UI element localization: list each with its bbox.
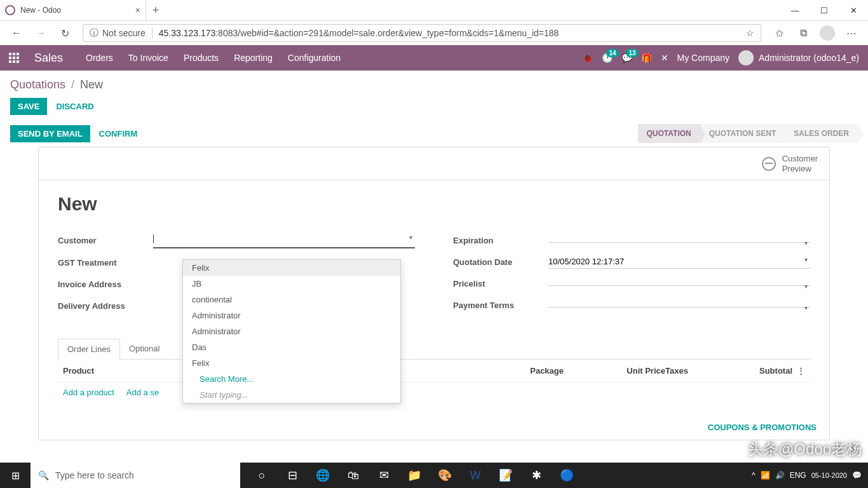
edge-icon[interactable]: 🌐: [308, 463, 338, 488]
save-button[interactable]: SAVE: [10, 98, 47, 115]
app-name[interactable]: Sales: [34, 51, 63, 65]
bug-icon[interactable]: 🐞: [582, 53, 593, 63]
notifications-icon[interactable]: 💬: [852, 471, 862, 480]
confirm-button[interactable]: CONFIRM: [99, 129, 138, 139]
quotation-date-field[interactable]: 10/05/2020 12:17:37▾: [548, 255, 810, 269]
browser-tab[interactable]: New - Odoo ×: [0, 0, 146, 20]
close-window-button[interactable]: ✕: [839, 0, 868, 20]
explorer-icon[interactable]: 📁: [399, 463, 430, 488]
close-tab-icon[interactable]: ×: [135, 5, 140, 15]
forward-button[interactable]: →: [31, 24, 51, 43]
chevron-down-icon[interactable]: ▾: [804, 304, 808, 311]
notes-icon[interactable]: 📝: [491, 463, 521, 488]
dropdown-item[interactable]: Felix: [183, 260, 400, 276]
tray-clock[interactable]: 05-10-2020: [811, 471, 847, 479]
dropdown-item[interactable]: Felix: [183, 355, 400, 371]
status-sales-order[interactable]: SALES ORDER: [785, 124, 858, 143]
tray-up-icon[interactable]: ^: [752, 471, 756, 480]
customer-dropdown: Felix JB continental Administrator Admin…: [182, 259, 401, 403]
form-sheet: CustomerPreview New Customer▾ GST Treatm…: [38, 147, 830, 440]
menu-to-invoice[interactable]: To Invoice: [128, 53, 168, 63]
customer-preview-button[interactable]: CustomerPreview: [762, 154, 818, 173]
breadcrumb-sep: /: [71, 78, 74, 91]
lang-indicator[interactable]: ENG: [790, 471, 806, 480]
add-product-link[interactable]: Add a product: [63, 388, 114, 397]
th-subtotal: Subtotal: [716, 366, 792, 376]
info-icon: ⓘ: [90, 27, 98, 39]
profile-icon[interactable]: [817, 24, 837, 43]
label-gst: GST Treatment: [58, 258, 153, 268]
messages-icon[interactable]: 💬13: [621, 53, 632, 63]
word-icon[interactable]: W: [460, 463, 491, 488]
menu-reporting[interactable]: Reporting: [234, 53, 273, 63]
th-unit-price: Unit Price: [589, 366, 665, 376]
company-name[interactable]: My Company: [677, 53, 729, 63]
odoo-favicon: [5, 5, 15, 15]
expiration-field[interactable]: ▾: [548, 238, 810, 243]
store-icon[interactable]: 🛍: [338, 463, 369, 488]
security-info[interactable]: ⓘ Not secure: [90, 27, 153, 39]
slack-icon[interactable]: ✱: [521, 463, 552, 488]
paint-icon[interactable]: 🎨: [430, 463, 460, 488]
new-tab-button[interactable]: +: [146, 0, 165, 20]
search-icon: 🔍: [38, 470, 49, 480]
star-icon[interactable]: ☆: [746, 28, 754, 38]
chevron-down-icon[interactable]: ▾: [409, 234, 412, 241]
chrome-icon[interactable]: 🔵: [552, 463, 582, 488]
customer-field[interactable]: ▾: [153, 233, 415, 248]
breadcrumb-current: New: [80, 78, 103, 91]
volume-icon[interactable]: 🔊: [775, 471, 785, 480]
status-quotation-sent[interactable]: QUOTATION SENT: [700, 124, 785, 143]
maximize-button[interactable]: ☐: [810, 0, 839, 20]
table-menu-icon[interactable]: ⋮: [792, 366, 805, 376]
favorites-icon[interactable]: ✩: [769, 24, 789, 43]
back-button[interactable]: ←: [6, 24, 27, 43]
label-delivery-address: Delivery Address: [58, 301, 153, 311]
user-name: Administrator (odoo14_e): [759, 53, 859, 63]
label-customer: Customer: [58, 236, 153, 245]
start-button[interactable]: ⊞: [0, 463, 31, 488]
user-menu[interactable]: Administrator (odoo14_e): [738, 50, 859, 65]
tab-optional[interactable]: Optional: [120, 339, 168, 359]
menu-orders[interactable]: Orders: [86, 53, 113, 63]
status-pills: QUOTATION QUOTATION SENT SALES ORDER: [638, 124, 858, 143]
wifi-icon[interactable]: 📶: [761, 471, 770, 480]
cortana-icon[interactable]: ○: [247, 463, 277, 488]
search-more-link[interactable]: Search More...: [183, 371, 400, 387]
taskbar-search[interactable]: 🔍 Type here to search: [31, 463, 240, 488]
coupons-link[interactable]: COUPONS & PROMOTIONS: [708, 423, 817, 432]
task-view-icon[interactable]: ⊟: [277, 463, 308, 488]
dropdown-hint: Start typing...: [183, 387, 400, 403]
dropdown-item[interactable]: Administrator: [183, 308, 400, 323]
activities-badge: 14: [606, 49, 618, 57]
dropdown-item[interactable]: Das: [183, 339, 400, 355]
more-icon[interactable]: ⋯: [841, 24, 862, 43]
dropdown-item[interactable]: Administrator: [183, 323, 400, 339]
refresh-button[interactable]: ↻: [55, 24, 75, 43]
address-bar[interactable]: ⓘ Not secure 45.33.123.173:8083/web#id=&…: [83, 24, 761, 42]
menu-configuration[interactable]: Configuration: [288, 53, 341, 63]
payment-terms-field[interactable]: ▾: [548, 303, 810, 308]
chevron-down-icon[interactable]: ▾: [804, 240, 808, 247]
send-email-button[interactable]: SEND BY EMAIL: [10, 125, 90, 142]
content-area: Quotations / New SAVE DISCARD SEND BY EM…: [0, 71, 868, 440]
globe-icon: [762, 157, 776, 171]
menu-products[interactable]: Products: [184, 53, 219, 63]
breadcrumb-root[interactable]: Quotations: [10, 78, 65, 91]
apps-icon[interactable]: [9, 53, 19, 63]
dropdown-item[interactable]: JB: [183, 276, 400, 292]
gift-icon[interactable]: 🎁: [641, 53, 652, 63]
activities-icon[interactable]: 🕐14: [602, 53, 613, 63]
dropdown-item[interactable]: continental: [183, 292, 400, 308]
pricelist-field[interactable]: ▾: [548, 281, 810, 286]
minimize-button[interactable]: —: [780, 0, 810, 20]
tab-order-lines[interactable]: Order Lines: [58, 339, 120, 360]
status-quotation[interactable]: QUOTATION: [638, 124, 700, 143]
add-section-link[interactable]: Add a se: [126, 388, 159, 397]
chevron-down-icon[interactable]: ▾: [804, 283, 808, 290]
tools-icon[interactable]: ✕: [661, 53, 668, 63]
mail-icon[interactable]: ✉: [369, 463, 399, 488]
discard-button[interactable]: DISCARD: [56, 102, 93, 111]
chevron-down-icon[interactable]: ▾: [804, 256, 808, 263]
collections-icon[interactable]: ⧉: [793, 24, 813, 43]
